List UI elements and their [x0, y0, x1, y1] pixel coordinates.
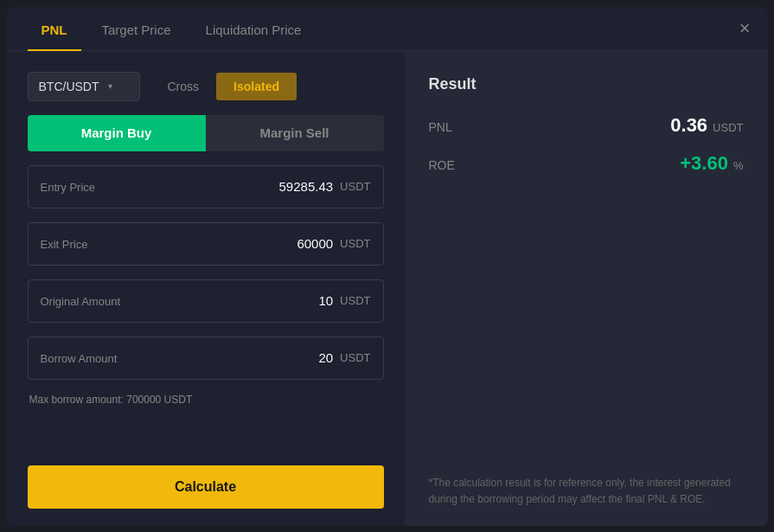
margin-type-group: Cross Isolated	[150, 73, 297, 100]
pnl-value: 0.36	[670, 114, 707, 137]
calculator-modal: PNL Target Price Liquidation Price × BTC…	[7, 7, 768, 526]
close-button[interactable]: ×	[739, 19, 751, 38]
right-panel: Result PNL 0.36 USDT ROE +3.60 % *The ca…	[405, 51, 768, 526]
margin-sell-button[interactable]: Margin Sell	[206, 115, 384, 151]
original-amount-input[interactable]	[229, 293, 333, 308]
entry-price-label: Entry Price	[41, 180, 96, 193]
entry-price-field[interactable]: Entry Price USDT	[28, 165, 384, 208]
pnl-label: PNL	[429, 120, 452, 134]
roe-unit: %	[733, 159, 744, 172]
original-amount-unit: USDT	[340, 294, 370, 307]
tab-liquidation-price[interactable]: Liquidation Price	[192, 7, 316, 51]
entry-price-input[interactable]	[229, 179, 333, 194]
borrow-amount-input[interactable]	[229, 350, 333, 365]
exit-price-label: Exit Price	[41, 237, 88, 250]
margin-buy-button[interactable]: Margin Buy	[28, 115, 206, 151]
cross-button[interactable]: Cross	[150, 73, 217, 100]
exit-price-field[interactable]: Exit Price USDT	[28, 222, 384, 266]
exit-price-input[interactable]	[229, 236, 333, 251]
pnl-unit: USDT	[713, 121, 743, 134]
entry-price-unit: USDT	[340, 180, 370, 193]
left-panel: BTC/USDT ▾ Cross Isolated Margin Buy Mar…	[7, 51, 405, 526]
borrow-amount-unit: USDT	[340, 351, 370, 364]
disclaimer-text: *The calculation result is for reference…	[429, 475, 744, 508]
roe-result-row: ROE +3.60 %	[429, 152, 744, 175]
tab-target-price[interactable]: Target Price	[88, 7, 185, 51]
calculate-button[interactable]: Calculate	[28, 465, 384, 509]
top-controls: BTC/USDT ▾ Cross Isolated	[28, 72, 384, 101]
tabs-header: PNL Target Price Liquidation Price ×	[7, 7, 768, 51]
modal-body: BTC/USDT ▾ Cross Isolated Margin Buy Mar…	[7, 51, 768, 526]
roe-label: ROE	[429, 158, 455, 172]
pnl-result-row: PNL 0.36 USDT	[429, 114, 744, 137]
exit-price-unit: USDT	[340, 237, 370, 250]
roe-value: +3.60	[680, 152, 728, 175]
pair-selector[interactable]: BTC/USDT ▾	[28, 72, 140, 101]
buysell-group: Margin Buy Margin Sell	[28, 115, 384, 151]
original-amount-label: Original Amount	[41, 294, 121, 307]
max-borrow-text: Max borrow amount: 700000 USDT	[28, 394, 384, 406]
borrow-amount-field[interactable]: Borrow Amount USDT	[28, 337, 384, 380]
tab-pnl[interactable]: PNL	[28, 7, 81, 51]
result-title: Result	[429, 75, 744, 93]
original-amount-field[interactable]: Original Amount USDT	[28, 279, 384, 323]
pair-dropdown-icon: ▾	[108, 81, 112, 91]
borrow-amount-label: Borrow Amount	[41, 351, 118, 364]
isolated-button[interactable]: Isolated	[216, 73, 297, 100]
